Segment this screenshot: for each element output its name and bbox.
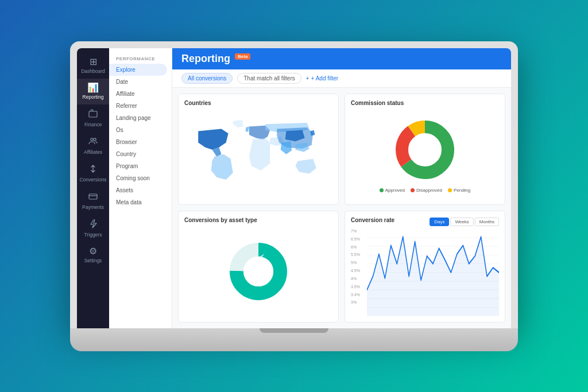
conversions-icon bbox=[88, 164, 98, 175]
secondary-item-program[interactable]: Program bbox=[109, 160, 172, 172]
conversion-rate-chart-card: Conversion rate Days Weeks Months 7% bbox=[345, 211, 505, 323]
reporting-icon: 📊 bbox=[87, 83, 99, 92]
dashboard-icon: ⊞ bbox=[90, 57, 97, 67]
secondary-item-assets[interactable]: Assets bbox=[109, 184, 172, 196]
pending-label: Pending bbox=[454, 188, 470, 193]
svg-rect-3 bbox=[89, 194, 97, 199]
triggers-icon bbox=[88, 219, 98, 230]
filter-chip-all-conversions[interactable]: All conversions bbox=[181, 73, 233, 84]
sidebar-label-settings: Settings bbox=[84, 258, 102, 263]
commission-status-chart-card: Commission status bbox=[345, 94, 505, 205]
sidebar-label-conversions: Conversions bbox=[79, 177, 106, 183]
conversions-asset-chart-area bbox=[184, 227, 332, 316]
secondary-item-coming-soon[interactable]: Coming soon bbox=[109, 172, 172, 184]
app-layout: ⊞ Dashboard 📊 Reporting Finance bbox=[77, 48, 511, 328]
world-map-svg bbox=[184, 110, 332, 199]
payments-icon bbox=[88, 192, 98, 203]
svg-point-12 bbox=[243, 257, 273, 286]
main-content: Reporting Beta All conversions That matc… bbox=[172, 48, 511, 328]
disapproved-label: Disapproved bbox=[416, 188, 442, 193]
top-bar: Reporting Beta bbox=[172, 48, 511, 69]
secondary-item-country[interactable]: Country bbox=[109, 148, 172, 160]
finance-icon bbox=[88, 109, 98, 120]
line-chart-svg bbox=[367, 229, 499, 316]
secondary-item-explore[interactable]: Explore bbox=[109, 64, 167, 76]
conversion-rate-title: Conversion rate bbox=[351, 217, 394, 223]
svg-rect-0 bbox=[89, 111, 97, 117]
approved-label: Approved bbox=[385, 188, 405, 193]
svg-point-9 bbox=[409, 134, 441, 166]
sidebar-label-triggers: Triggers bbox=[84, 232, 102, 238]
secondary-item-affiliate[interactable]: Affiliate bbox=[109, 88, 172, 100]
beta-badge: Beta bbox=[235, 53, 250, 60]
conversions-asset-title: Conversions by asset type bbox=[184, 217, 332, 223]
sidebar-label-payments: Payments bbox=[82, 204, 104, 210]
laptop-base bbox=[70, 328, 518, 351]
approved-dot bbox=[380, 188, 384, 192]
donut-legend: Approved Disapproved Pendi bbox=[380, 188, 471, 193]
tab-months[interactable]: Months bbox=[475, 218, 499, 226]
donut-chart-svg bbox=[390, 115, 459, 184]
conversion-rate-chart-area: 7% 6.5% 6% 5.5% 5% 4.5% 4% 3.5% 3.4% 3 bbox=[351, 229, 499, 316]
legend-disapproved: Disapproved bbox=[411, 188, 442, 193]
sidebar-item-finance[interactable]: Finance bbox=[77, 104, 109, 132]
filter-chip-match-all[interactable]: That match all filters bbox=[237, 73, 301, 84]
page-title: Reporting bbox=[181, 53, 230, 65]
sidebar-item-reporting[interactable]: 📊 Reporting bbox=[77, 79, 109, 104]
secondary-item-os[interactable]: Os bbox=[109, 124, 172, 136]
main-sidebar: ⊞ Dashboard 📊 Reporting Finance bbox=[77, 48, 109, 328]
tab-days[interactable]: Days bbox=[430, 218, 449, 226]
sidebar-item-dashboard[interactable]: ⊞ Dashboard bbox=[77, 53, 109, 79]
time-tabs: Days Weeks Months bbox=[430, 218, 499, 226]
secondary-item-referrer[interactable]: Referrer bbox=[109, 100, 172, 112]
countries-chart-title: Countries bbox=[184, 100, 332, 106]
add-filter-label: + Add filter bbox=[311, 75, 339, 81]
secondary-item-browser[interactable]: Browser bbox=[109, 136, 172, 148]
countries-chart-area bbox=[184, 110, 332, 199]
sidebar-item-conversions[interactable]: Conversions bbox=[77, 160, 109, 187]
conversions-asset-chart-card: Conversions by asset type bbox=[178, 211, 339, 323]
laptop-screen: ⊞ Dashboard 📊 Reporting Finance bbox=[77, 48, 511, 328]
sidebar-label-finance: Finance bbox=[84, 122, 102, 127]
conversion-rate-header: Conversion rate Days Weeks Months bbox=[351, 217, 499, 227]
disapproved-dot bbox=[411, 188, 415, 192]
sidebar-label-dashboard: Dashboard bbox=[81, 68, 105, 74]
sidebar-item-triggers[interactable]: Triggers bbox=[77, 215, 109, 242]
sidebar-item-settings[interactable]: ⚙ Settings bbox=[77, 242, 109, 268]
asset-donut-svg bbox=[230, 243, 287, 300]
sidebar-label-affiliates: Affiliates bbox=[84, 149, 102, 155]
sidebar-item-payments[interactable]: Payments bbox=[77, 187, 109, 215]
secondary-sidebar: PERFORMANCE Explore Date Affiliate Refer… bbox=[109, 48, 172, 328]
section-label: PERFORMANCE bbox=[109, 53, 172, 64]
settings-icon: ⚙ bbox=[89, 247, 97, 256]
sidebar-label-reporting: Reporting bbox=[83, 94, 104, 100]
line-chart-container bbox=[367, 229, 499, 316]
commission-status-title: Commission status bbox=[351, 100, 499, 106]
laptop-wrapper: ⊞ Dashboard 📊 Reporting Finance bbox=[70, 41, 518, 351]
svg-point-1 bbox=[91, 138, 93, 140]
secondary-item-date[interactable]: Date bbox=[109, 76, 172, 88]
secondary-item-landing-page[interactable]: Landing page bbox=[109, 112, 172, 124]
y-axis-labels: 7% 6.5% 6% 5.5% 5% 4.5% 4% 3.5% 3.4% 3 bbox=[351, 229, 365, 305]
pending-dot bbox=[448, 188, 452, 192]
affiliates-icon bbox=[88, 137, 98, 148]
commission-status-chart-area: Approved Disapproved Pendi bbox=[351, 110, 499, 199]
add-filter-button[interactable]: + + Add filter bbox=[306, 75, 338, 81]
filter-bar: All conversions That match all filters +… bbox=[172, 69, 511, 88]
secondary-item-meta-data[interactable]: Meta data bbox=[109, 196, 172, 208]
donut-container: Approved Disapproved Pendi bbox=[380, 110, 471, 199]
svg-rect-5 bbox=[184, 117, 332, 191]
charts-grid: Countries bbox=[172, 88, 511, 328]
svg-point-2 bbox=[94, 138, 96, 140]
tab-weeks[interactable]: Weeks bbox=[450, 218, 473, 226]
sidebar-item-affiliates[interactable]: Affiliates bbox=[77, 132, 109, 160]
legend-approved: Approved bbox=[380, 188, 405, 193]
laptop-screen-border: ⊞ Dashboard 📊 Reporting Finance bbox=[70, 41, 518, 328]
svg-marker-22 bbox=[367, 236, 499, 316]
countries-chart-card: Countries bbox=[178, 94, 339, 205]
plus-icon: + bbox=[306, 75, 310, 81]
legend-pending: Pending bbox=[448, 188, 470, 193]
